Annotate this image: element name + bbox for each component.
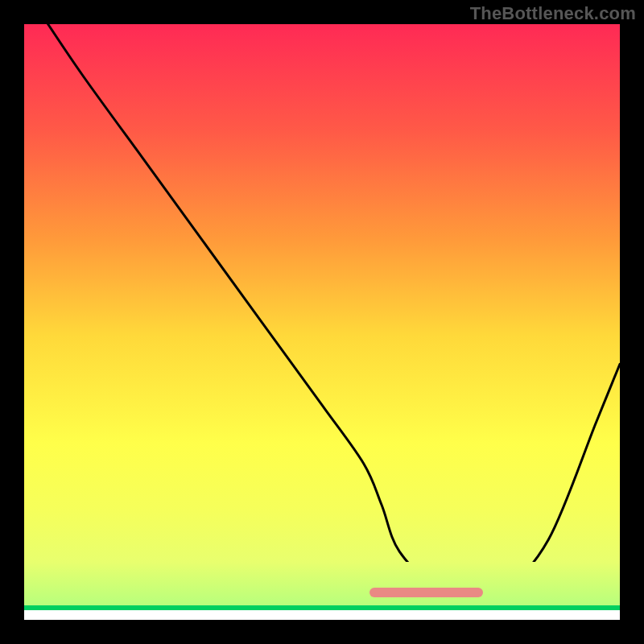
chart-plot-area: [24, 24, 620, 620]
gradient-background: [24, 24, 620, 562]
salmon-valley-marker: [369, 588, 483, 597]
watermark-text: TheBottleneck.com: [470, 3, 636, 24]
bottom-white-bar: [24, 610, 620, 620]
pale-green-band: [24, 562, 620, 605]
chart-svg: [24, 24, 620, 620]
green-line: [24, 605, 620, 610]
